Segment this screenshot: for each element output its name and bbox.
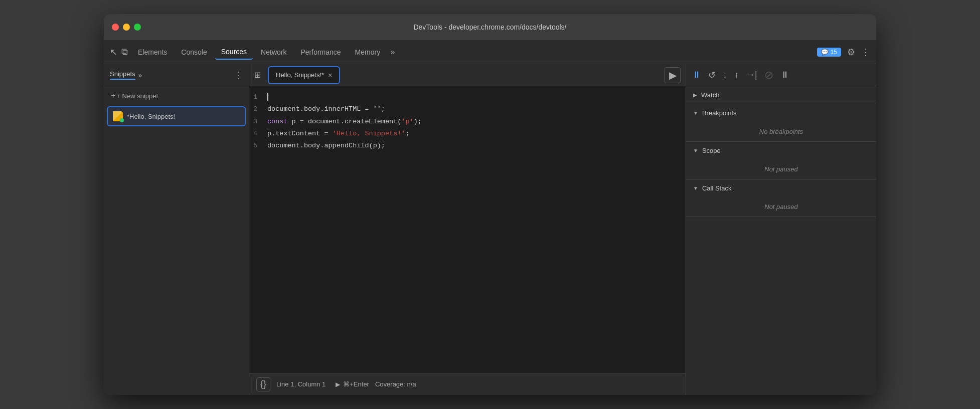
call-stack-section-header[interactable]: ▼ Call Stack (686, 179, 876, 197)
breakpoints-section-header[interactable]: ▼ Breakpoints (686, 104, 876, 122)
snippets-dots-icon[interactable]: ⋮ (234, 70, 243, 81)
notification-badge[interactable]: 💬 15 (817, 48, 841, 57)
text-cursor (267, 93, 268, 101)
code-content-2: document.body.innerHTML = ''; (267, 103, 385, 115)
settings-icon[interactable]: ⚙ (847, 47, 855, 58)
new-snippet-button[interactable]: + + New snippet (104, 86, 249, 105)
code-line-2: 2 document.body.innerHTML = ''; (249, 103, 686, 115)
tab-console[interactable]: Console (175, 45, 213, 59)
breakpoints-section: ▼ Breakpoints No breakpoints (686, 104, 876, 142)
layers-icon[interactable]: ⧉ (121, 47, 128, 57)
string-p: 'p' (401, 118, 413, 125)
code-editor[interactable]: 1 2 document.body.innerHTML = ''; 3 cons… (249, 86, 686, 373)
code-line-3: 3 const p = document.createElement('p'); (249, 116, 686, 128)
tab-memory[interactable]: Memory (349, 45, 387, 59)
deactivate-breakpoints-button[interactable]: ⊘ (764, 69, 773, 82)
run-shortcut-triangle: ▶ (336, 381, 340, 388)
notification-icon: 💬 (821, 49, 829, 56)
tab-sources[interactable]: Sources (215, 45, 253, 60)
call-stack-title: Call Stack (702, 184, 732, 192)
editor-nav-icon[interactable]: ⊞ (249, 70, 266, 80)
watch-title: Watch (701, 91, 719, 99)
scope-title: Scope (702, 147, 721, 154)
title-bar: DevTools - developer.chrome.com/docs/dev… (104, 14, 876, 40)
tab-elements[interactable]: Elements (132, 45, 173, 59)
string-hello-snippets: 'Hello, Snippets!' (333, 130, 406, 137)
left-panel: Snippets » ⋮ + + New snippet *Hello, Sni… (104, 64, 249, 395)
position-text: Line 1, Column 1 (276, 380, 325, 388)
status-bar: {} Line 1, Column 1 ▶ ⌘+Enter Coverage: … (249, 373, 686, 395)
line-number-1: 1 (249, 91, 267, 103)
editor-panel: ⊞ Hello, Snippets!* × ▶ 1 2 docume (249, 64, 686, 395)
snippet-name: *Hello, Snippets! (127, 113, 175, 120)
more-options-icon[interactable]: ⋮ (861, 47, 870, 58)
tab-bar: ↖ ⧉ Elements Console Sources Network Per… (104, 40, 876, 64)
window-title: DevTools - developer.chrome.com/docs/dev… (413, 23, 566, 31)
run-snippet-button[interactable]: ▶ (665, 67, 681, 83)
new-snippet-label: + New snippet (116, 92, 158, 100)
snippet-icon-wrapper (113, 111, 123, 121)
run-shortcut: ▶ ⌘+Enter (336, 380, 369, 388)
breakpoints-arrow-icon: ▼ (693, 110, 698, 116)
tab-bar-right: 💬 15 ⚙ ⋮ (817, 47, 870, 58)
code-content-3: const p = document.createElement('p'); (267, 116, 422, 128)
line-number-2: 2 (249, 103, 267, 115)
code-line-4: 4 p.textContent = 'Hello, Snippets!'; (249, 128, 686, 140)
main-content: Snippets » ⋮ + + New snippet *Hello, Sni… (104, 64, 876, 395)
editor-tab-close-icon[interactable]: × (328, 71, 332, 79)
right-panel: ⏸ ↺ ↓ ↑ →| ⊘ ⏸ ▶ Watch ▼ (686, 64, 876, 395)
coverage-text: Coverage: n/a (375, 380, 416, 388)
traffic-lights (112, 24, 141, 31)
format-button[interactable]: {} (256, 377, 270, 391)
snippets-panel-header: Snippets » ⋮ (104, 64, 249, 86)
keyword-const: const (267, 118, 288, 125)
code-line-5: 5 document.body.appendChild(p); (249, 140, 686, 152)
tab-performance[interactable]: Performance (294, 45, 347, 59)
pause-on-exceptions-button[interactable]: ⏸ (780, 70, 789, 80)
call-stack-content: Not paused (686, 197, 876, 217)
breakpoints-content: No breakpoints (686, 122, 876, 141)
run-triangle-icon: ▶ (669, 69, 677, 81)
scope-arrow-icon: ▼ (693, 148, 698, 153)
watch-section-header[interactable]: ▶ Watch (686, 86, 876, 104)
scope-section-header[interactable]: ▼ Scope (686, 142, 876, 159)
snippets-more-icon[interactable]: » (138, 71, 142, 79)
line-number-3: 3 (249, 116, 267, 127)
call-stack-arrow-icon: ▼ (693, 185, 698, 191)
tab-network[interactable]: Network (255, 45, 292, 59)
scope-content: Not paused (686, 159, 876, 179)
code-line-1: 1 (249, 91, 686, 103)
editor-tab-hello[interactable]: Hello, Snippets!* × (268, 66, 340, 84)
line-number-5: 5 (249, 140, 267, 151)
plus-icon: + (111, 91, 115, 100)
step-over-button[interactable]: ↺ (708, 70, 716, 81)
step-into-button[interactable]: ↓ (723, 70, 727, 80)
notification-count: 15 (831, 49, 837, 56)
code-content-1 (267, 91, 268, 103)
snippets-title: Snippets (110, 70, 135, 80)
snippet-item-hello[interactable]: *Hello, Snippets! (107, 106, 246, 126)
watch-section: ▶ Watch (686, 86, 876, 104)
watch-arrow-icon: ▶ (693, 92, 697, 98)
close-button[interactable] (112, 24, 119, 31)
pause-resume-button[interactable]: ⏸ (692, 70, 701, 80)
code-content-4: p.textContent = 'Hello, Snippets!'; (267, 128, 410, 140)
devtools-window: DevTools - developer.chrome.com/docs/dev… (104, 14, 876, 395)
shortcut-text: ⌘+Enter (343, 380, 369, 388)
call-stack-section: ▼ Call Stack Not paused (686, 179, 876, 217)
editor-tab-bar: ⊞ Hello, Snippets!* × ▶ (249, 64, 686, 86)
scope-section: ▼ Scope Not paused (686, 142, 876, 179)
step-out-button[interactable]: ↑ (734, 70, 739, 80)
format-icon: {} (260, 379, 266, 389)
maximize-button[interactable] (134, 24, 141, 31)
debug-sections: ▶ Watch ▼ Breakpoints No breakpoints ▼ (686, 86, 876, 395)
line-number-4: 4 (249, 128, 267, 139)
code-content-5: document.body.appendChild(p); (267, 140, 385, 152)
debug-toolbar: ⏸ ↺ ↓ ↑ →| ⊘ ⏸ (686, 64, 876, 86)
step-button[interactable]: →| (746, 70, 757, 80)
minimize-button[interactable] (123, 24, 130, 31)
editor-tab-label: Hello, Snippets!* (276, 71, 324, 79)
breakpoints-title: Breakpoints (702, 109, 737, 117)
cursor-icon[interactable]: ↖ (110, 47, 117, 58)
more-tabs-icon[interactable]: » (390, 48, 395, 57)
